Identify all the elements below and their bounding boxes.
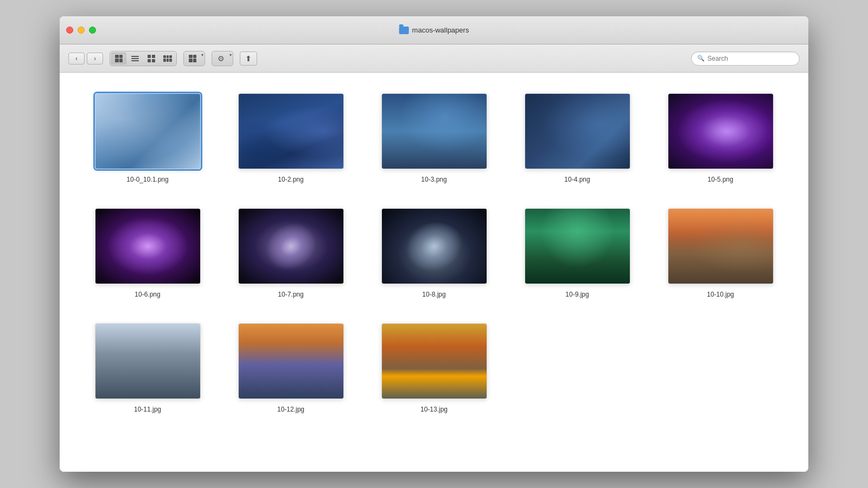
file-name: 10-11.jpg (134, 406, 161, 413)
view-icon-button[interactable] (111, 53, 126, 65)
file-name: 10-0_10.1.png (126, 176, 168, 183)
file-name: 10-4.png (564, 176, 590, 183)
view-buttons (110, 51, 177, 66)
traffic-lights (66, 27, 96, 34)
list-icon (131, 55, 139, 62)
file-item-file-10[interactable]: 10-10.jpg (654, 204, 787, 303)
thumbnail-wrapper (381, 323, 487, 399)
thumbnail-wrapper (238, 208, 344, 284)
toolbar: ‹ › (60, 44, 808, 73)
file-item-file-5[interactable]: 10-5.png (654, 89, 787, 188)
thumbnail-wrapper (525, 93, 630, 169)
titlebar-center: macos-wallpapers (399, 26, 469, 34)
file-item-file-1[interactable]: 10-0_10.1.png (81, 89, 214, 188)
file-item-file-6[interactable]: 10-6.png (81, 204, 214, 303)
finder-window: macos-wallpapers ‹ › (60, 16, 808, 472)
file-name: 10-9.jpg (565, 291, 589, 298)
thumbnail-purple-glow (95, 209, 200, 284)
file-item-file-7[interactable]: 10-7.png (225, 204, 357, 303)
gear-icon: ⚙ (218, 54, 225, 63)
thumbnail-el-capitan (95, 324, 200, 399)
maximize-button[interactable] (89, 27, 96, 34)
folder-icon (399, 27, 409, 34)
thumbnail-high-sierra (382, 324, 487, 399)
file-grid: 10-0_10.1.png10-2.png10-3.png10-4.png10-… (81, 89, 787, 418)
file-content: 10-0_10.1.png10-2.png10-3.png10-4.png10-… (60, 73, 808, 472)
thumbnail-wrapper (238, 93, 344, 169)
search-icon: 🔍 (697, 55, 705, 62)
share-icon: ⬆ (245, 54, 252, 63)
thumbnail-wrapper (381, 93, 487, 169)
share-button[interactable]: ⬆ (240, 52, 257, 66)
nav-buttons: ‹ › (68, 53, 103, 65)
file-item-file-9[interactable]: 10-9.jpg (511, 204, 643, 303)
forward-button[interactable]: › (87, 53, 103, 65)
file-item-file-8[interactable]: 10-8.jpg (368, 204, 500, 303)
search-input[interactable] (707, 55, 794, 62)
thumbnail-wrapper (95, 208, 201, 284)
titlebar: macos-wallpapers (60, 16, 808, 44)
grid-icon (115, 55, 123, 62)
group-icon (189, 55, 196, 62)
file-name: 10-7.png (278, 291, 303, 298)
file-name: 10-5.png (707, 176, 733, 183)
close-button[interactable] (66, 27, 73, 34)
thumbnail-wave-green (525, 209, 630, 284)
thumbnail-yosemite (668, 209, 773, 284)
thumbnail-purple-burst (668, 94, 773, 169)
thumbnail-sierra (239, 324, 343, 399)
minimize-button[interactable] (78, 27, 85, 34)
group-view-button[interactable] (185, 53, 200, 65)
file-name: 10-8.jpg (422, 291, 445, 298)
file-item-file-13[interactable]: 10-13.jpg (368, 319, 500, 418)
back-button[interactable]: ‹ (68, 53, 85, 65)
view-cover-button[interactable] (160, 53, 175, 65)
group-chevron-icon: ▾ (201, 53, 203, 65)
thumbnail-blue-abstract (95, 94, 200, 169)
group-view-buttons: ▾ (183, 51, 205, 66)
file-name: 10-10.jpg (707, 291, 734, 298)
gear-chevron-icon: ▾ (229, 53, 232, 65)
thumbnail-wrapper (668, 208, 774, 284)
thumbnail-wrapper (95, 323, 201, 399)
file-item-file-2[interactable]: 10-2.png (225, 89, 357, 188)
file-item-file-12[interactable]: 10-12.jpg (225, 319, 357, 418)
file-name: 10-13.jpg (420, 406, 448, 413)
view-column-button[interactable] (144, 53, 159, 65)
thumbnail-wrapper (238, 323, 344, 399)
thumbnail-blue-dark (525, 94, 630, 169)
window-title: macos-wallpapers (412, 26, 469, 34)
thumbnail-blue-swirl (239, 94, 343, 169)
thumbnail-wrapper (668, 93, 774, 169)
thumbnail-wrapper (525, 208, 630, 284)
action-buttons: ⚙ ▾ (212, 51, 233, 66)
file-item-file-4[interactable]: 10-4.png (511, 89, 643, 188)
view-list-button[interactable] (127, 53, 143, 65)
columns-icon (148, 55, 155, 62)
file-item-file-11[interactable]: 10-11.jpg (81, 319, 214, 418)
thumbnail-milkyway (382, 209, 487, 284)
thumbnail-wrapper (95, 93, 201, 169)
file-name: 10-3.png (421, 176, 446, 183)
cover-flow-icon (163, 55, 172, 62)
thumbnail-blue-wave (382, 94, 487, 169)
search-bar[interactable]: 🔍 (691, 52, 800, 66)
thumbnail-wrapper (381, 208, 487, 284)
file-name: 10-6.png (135, 291, 160, 298)
gear-button[interactable]: ⚙ (213, 53, 228, 65)
file-name: 10-2.png (278, 176, 303, 183)
file-item-file-3[interactable]: 10-3.png (368, 89, 500, 188)
file-name: 10-12.jpg (277, 406, 304, 413)
thumbnail-galaxy (239, 209, 343, 284)
